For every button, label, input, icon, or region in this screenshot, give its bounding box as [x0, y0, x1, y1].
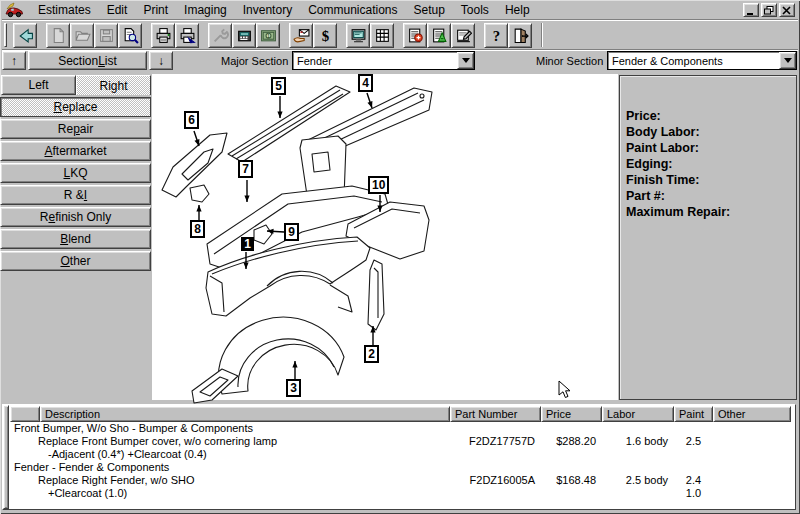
- menu-tools[interactable]: Tools: [453, 1, 497, 19]
- table-row[interactable]: -Adjacent (0.4*) +Clearcoat (0.4): [10, 448, 791, 461]
- cell-labor: [602, 461, 674, 474]
- minor-section-combo[interactable]: Fender & Components: [607, 51, 797, 70]
- open-folder-icon: [74, 27, 91, 44]
- menu-communications[interactable]: Communications: [300, 1, 405, 19]
- callout-8[interactable]: 8: [191, 221, 204, 237]
- callout-4[interactable]: 4: [359, 75, 372, 91]
- callout-6[interactable]: 6: [185, 112, 198, 128]
- totals-red-button[interactable]: [403, 23, 427, 48]
- cell-paint: 2.4: [674, 474, 713, 487]
- cell-other: [713, 461, 791, 474]
- sidebar-button-repair[interactable]: Repair: [0, 119, 151, 139]
- menu-imaging[interactable]: Imaging: [176, 1, 235, 19]
- info-field-paint-labor-: Paint Labor:: [620, 140, 796, 156]
- cell-description: Fender - Fender & Components: [10, 461, 450, 474]
- dollar-button[interactable]: $: [313, 23, 337, 48]
- cell-paint: 2.5: [674, 435, 713, 448]
- major-section-dropdown-icon[interactable]: [457, 52, 474, 69]
- cell-part-number: [450, 487, 541, 500]
- column-header-price: Price: [541, 406, 602, 422]
- sign-document-button[interactable]: [451, 23, 475, 48]
- grid-button[interactable]: [370, 23, 394, 48]
- table-row[interactable]: Fender - Fender & Components: [10, 461, 791, 474]
- cell-other: [713, 448, 791, 461]
- table-row[interactable]: Replace Front Bumper cover, w/o cornerin…: [10, 435, 791, 448]
- cell-paint: 1.0: [674, 487, 713, 500]
- toolbar-grip[interactable]: [4, 23, 7, 47]
- exit-button[interactable]: [508, 23, 532, 48]
- section-list-button[interactable]: Section List: [28, 51, 147, 70]
- print-button[interactable]: [151, 23, 175, 48]
- sidebar-button-lkq[interactable]: LKQ: [0, 163, 151, 183]
- menu-print[interactable]: Print: [135, 1, 176, 19]
- print-preview-icon: [122, 27, 139, 44]
- totals-green-button[interactable]: [427, 23, 451, 48]
- toolbar-group: [13, 23, 37, 48]
- major-section-combo[interactable]: Fender: [292, 51, 475, 70]
- menu-help[interactable]: Help: [497, 1, 538, 19]
- save-button: [94, 23, 118, 48]
- print-preview-button[interactable]: [118, 23, 142, 48]
- callout-2[interactable]: 2: [365, 346, 378, 362]
- toolbar-group: [151, 23, 199, 48]
- toolbar-group: [346, 23, 394, 48]
- cell-part-number: [450, 461, 541, 474]
- callout-1[interactable]: 1: [241, 237, 254, 251]
- cell-other: [713, 474, 791, 487]
- menu-inventory[interactable]: Inventory: [235, 1, 300, 19]
- restore-button[interactable]: [761, 3, 777, 17]
- app-window: EstimatesEditPrintImagingInventoryCommun…: [0, 0, 800, 514]
- sidebar-button-r-i[interactable]: R & I: [0, 185, 151, 205]
- send-estimate-button[interactable]: [289, 23, 313, 48]
- minor-section-value: Fender & Components: [608, 55, 779, 67]
- callout-10[interactable]: 10: [369, 177, 388, 193]
- column-header-other: Other: [713, 406, 791, 422]
- help-button[interactable]: ?: [484, 23, 508, 48]
- tab-right[interactable]: Right: [76, 75, 151, 95]
- sidebar-button-refinish-only[interactable]: Refinish Only: [0, 207, 151, 227]
- cell-other: [713, 435, 791, 448]
- section-down-button[interactable]: ↓: [149, 51, 173, 70]
- print-setup-button[interactable]: [175, 23, 199, 48]
- cell-part-number: [450, 422, 541, 435]
- info-field-edging-: Edging:: [620, 156, 796, 172]
- tab-left[interactable]: Left: [1, 75, 76, 95]
- section-up-button[interactable]: ↑: [2, 51, 26, 70]
- cell-description: +Clearcoat (1.0): [10, 487, 450, 500]
- cell-paint: [674, 461, 713, 474]
- callout-3[interactable]: 3: [287, 380, 300, 396]
- cash-register-icon: [236, 27, 253, 44]
- callout-9[interactable]: 9: [285, 224, 298, 240]
- part-info-panel: Price:Body Labor:Paint Labor:Edging:Fini…: [619, 75, 797, 400]
- close-button[interactable]: [779, 3, 795, 17]
- wrench-button[interactable]: [208, 23, 232, 48]
- menu-estimates[interactable]: Estimates: [30, 1, 99, 19]
- menu-setup[interactable]: Setup: [406, 1, 453, 19]
- sidebar-button-replace[interactable]: Replace: [0, 97, 151, 117]
- back-icon: [17, 27, 34, 44]
- parts-diagram: 12345678910: [152, 74, 618, 400]
- minor-section-dropdown-icon[interactable]: [779, 52, 796, 69]
- sidebar-button-blend[interactable]: Blend: [0, 229, 151, 249]
- sidebar-button-aftermarket[interactable]: Aftermarket: [0, 141, 151, 161]
- callout-7[interactable]: 7: [239, 161, 252, 177]
- cash-register-button[interactable]: [232, 23, 256, 48]
- cell-price: [541, 487, 602, 500]
- table-row[interactable]: Front Bumper, W/o Sho - Bumper & Compone…: [10, 422, 791, 435]
- table-row[interactable]: +Clearcoat (1.0)1.0: [10, 487, 791, 500]
- menu-edit[interactable]: Edit: [99, 1, 136, 19]
- back-button[interactable]: [13, 23, 37, 48]
- dollar-icon: $: [317, 27, 334, 44]
- money-button[interactable]: 1: [256, 23, 280, 48]
- minimize-button[interactable]: [743, 3, 759, 17]
- table-row[interactable]: Replace Right Fender, w/o SHOF2DZ16005A$…: [10, 474, 791, 487]
- monitor-button[interactable]: [346, 23, 370, 48]
- cell-labor: [602, 422, 674, 435]
- cell-description: Replace Right Fender, w/o SHO: [10, 474, 450, 487]
- column-header-part-number: Part Number: [450, 406, 541, 422]
- cell-labor: 2.5 body: [602, 474, 674, 487]
- section-bar: ↑ Section List ↓ Major Section Fender Mi…: [0, 50, 800, 72]
- callout-5[interactable]: 5: [272, 78, 285, 94]
- mouse-cursor: [558, 380, 572, 400]
- sidebar-button-other[interactable]: Other: [0, 251, 151, 271]
